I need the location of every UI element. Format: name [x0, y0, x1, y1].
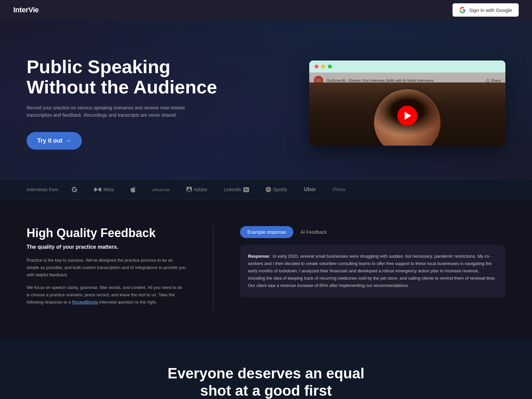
feedback-section: High Quality Feedback The quality of you…	[0, 200, 532, 338]
hero-left: Public Speaking Without the Audience Rec…	[27, 57, 217, 150]
feedback-desc1: Practice is the key to success. We've de…	[27, 257, 186, 279]
feedback-title: High Quality Feedback	[27, 226, 186, 240]
sign-in-label: Sign in with Google	[469, 7, 512, 13]
tab-example-response[interactable]: Example response	[240, 226, 293, 238]
hero-subtitle: Record your practice on various speaking…	[27, 104, 186, 119]
hero-section: Public Speaking Without the Audience Rec…	[0, 20, 532, 180]
logo-uber: Uber	[304, 187, 316, 193]
hero-right: OG OutGrow AI - Elevate Your Interview S…	[309, 61, 505, 146]
logo-apple	[130, 187, 136, 193]
logo-meta: Meta	[94, 187, 114, 192]
logo-amazon: amazon	[152, 187, 170, 193]
svg-marker-2	[188, 190, 190, 192]
tab-ai-feedback[interactable]: AI Feedback	[293, 226, 334, 238]
browser-dot-green	[328, 65, 332, 68]
logos-bar: Interviews from Meta amazon	[0, 180, 532, 200]
feedback-desc2: We focus on speech clarity, grammar, fil…	[27, 284, 186, 306]
response-text: In early 2020, several small businesses …	[248, 254, 495, 288]
logo-linkedin: LinkedIn in	[224, 187, 249, 192]
hero-title: Public Speaking Without the Audience	[27, 57, 217, 97]
logo-disney: Disney	[332, 187, 345, 192]
cta-arrow: →	[65, 137, 71, 144]
browser-dot-yellow	[321, 65, 325, 68]
rocketblocks-link[interactable]: RocketBlocks	[72, 300, 98, 305]
play-icon	[405, 112, 411, 120]
feedback-divider	[213, 226, 213, 312]
logos-label: Interviews from	[27, 187, 58, 192]
navbar: InterVie Sign in with Google	[0, 0, 532, 20]
response-card: Response: In early 2020, several small b…	[240, 245, 505, 297]
feedback-desc3-text: interview question to the right.	[99, 300, 157, 305]
browser-frame: OG OutGrow AI - Elevate Your Interview S…	[309, 61, 505, 146]
sign-in-button[interactable]: Sign in with Google	[453, 3, 519, 17]
browser-bar	[309, 61, 505, 72]
tabs-row: Example response AI Feedback	[240, 226, 505, 238]
try-it-label: Try it out	[37, 137, 63, 144]
try-it-button[interactable]: Try it out →	[27, 132, 82, 150]
browser-dot-red	[315, 65, 319, 68]
feedback-left: High Quality Feedback The quality of you…	[27, 226, 186, 312]
logos-list: Meta amazon Adobe LinkedIn in	[71, 187, 505, 193]
site-logo: InterVie	[13, 6, 39, 14]
cta-title: Everyone deserves an equal shot at a goo…	[166, 365, 366, 399]
logo-adobe: Adobe	[187, 187, 207, 192]
quality-label: The quality of your practice matters.	[27, 244, 186, 250]
response-label: Response:	[248, 254, 270, 259]
bottom-cta-section: Everyone deserves an equal shot at a goo…	[0, 338, 532, 399]
logo-google	[71, 187, 77, 193]
play-button[interactable]	[397, 106, 417, 126]
video-container[interactable]: OG OutGrow AI - Elevate Your Interview S…	[309, 72, 505, 146]
logo-spotify: Spotify	[266, 187, 287, 192]
feedback-right: Example response AI Feedback Response: I…	[240, 226, 505, 297]
google-icon	[459, 7, 466, 13]
